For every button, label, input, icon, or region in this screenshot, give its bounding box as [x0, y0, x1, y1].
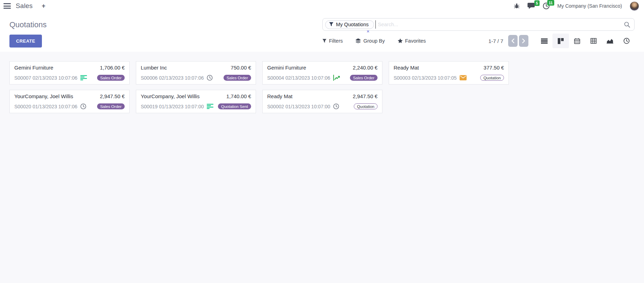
quotation-card[interactable]: YourCompany, Joel Willis 1,740.00 € S000…	[136, 90, 256, 113]
create-button[interactable]: CREATE	[9, 35, 42, 48]
star-icon	[398, 38, 403, 43]
order-ref-datetime: S00019 01/13/2023 10:07:00	[141, 104, 204, 109]
group-by-label: Group By	[363, 38, 385, 44]
facet-label: My Quotations	[336, 22, 369, 27]
order-amount: 1,740.00 €	[226, 93, 251, 99]
pager-previous-button[interactable]	[508, 35, 518, 47]
kanban-view: Gemini Furniture 1,706.00 € S00007 02/13…	[0, 52, 644, 283]
quotation-card[interactable]: YourCompany, Joel Willis 2,947.50 € S000…	[9, 90, 130, 113]
customer-name: YourCompany, Joel Willis	[141, 93, 199, 99]
card-top-row: Lumber Inc 750.00 €	[141, 65, 251, 71]
status-badge: Sales Order	[224, 75, 251, 81]
customer-name: YourCompany, Joel Willis	[14, 93, 73, 99]
order-amount: 2,947.50 €	[353, 93, 378, 99]
pager-next-button[interactable]	[519, 35, 528, 47]
customer-name: Lumber Inc	[141, 65, 167, 71]
card-top-row: YourCompany, Joel Willis 1,740.00 €	[141, 93, 251, 99]
view-activity-icon[interactable]	[618, 34, 635, 48]
quotation-card[interactable]: Ready Mat 377.50 € S00003 02/13/2023 10:…	[389, 61, 509, 85]
card-bottom-row: S00006 02/13/2023 10:07:06 Sales Order	[141, 75, 251, 81]
order-ref-datetime: S00003 02/13/2023 10:07:05	[394, 75, 457, 81]
view-kanban-icon[interactable]	[552, 34, 569, 48]
filter-funnel-icon	[329, 22, 334, 27]
discuss-count-badge: 5	[534, 0, 540, 6]
quotation-card[interactable]: Gemini Furniture 2,240.00 € S00004 02/13…	[262, 61, 382, 85]
customer-name: Ready Mat	[267, 93, 293, 99]
card-bottom-row: S00020 01/13/2023 10:07:06 Sales Order	[14, 103, 125, 109]
card-top-row: YourCompany, Joel Willis 2,947.50 €	[14, 93, 125, 99]
status-badge: Sales Order	[97, 75, 125, 81]
activities-count-badge: 11	[547, 0, 554, 6]
card-bottom-row: S00003 02/13/2023 10:07:05 Quotation	[394, 75, 504, 81]
customer-name: Ready Mat	[394, 65, 419, 71]
customer-name: Gemini Furniture	[14, 65, 53, 71]
facet-remove-icon[interactable]: ×	[367, 29, 369, 34]
clock-icon[interactable]	[80, 103, 86, 109]
status-badge: Sales Order	[350, 75, 378, 81]
search-facet-my-quotations[interactable]: My Quotations ×	[325, 20, 374, 29]
order-amount: 1,706.00 €	[100, 65, 125, 71]
order-ref-datetime: S00007 02/13/2023 10:07:06	[14, 75, 78, 81]
apps-menu-icon[interactable]	[3, 2, 11, 9]
app-name[interactable]: Sales	[16, 2, 33, 10]
card-bottom-row: S00019 01/13/2023 10:07:00 Quotation Sen…	[141, 103, 251, 109]
view-calendar-icon[interactable]	[569, 34, 585, 48]
activities-clock-icon[interactable]: 11	[543, 2, 550, 9]
view-switcher	[536, 34, 635, 48]
debug-bug-icon[interactable]	[514, 3, 520, 9]
card-top-row: Ready Mat 2,947.50 €	[267, 93, 378, 99]
search-options-bar: Filters Group By Favorites 1-7 / 7	[322, 34, 635, 48]
envelope-icon[interactable]	[460, 75, 467, 80]
activity-list-icon[interactable]	[207, 104, 213, 109]
order-amount: 377.50 €	[484, 65, 504, 71]
pager-counter: 1-7 / 7	[488, 38, 503, 44]
order-amount: 750.00 €	[231, 65, 251, 71]
status-badge: Quotation	[354, 103, 378, 109]
filters-label: Filters	[329, 38, 343, 44]
order-ref-datetime: S00002 01/13/2023 10:07:00	[267, 104, 330, 109]
page-title: Quotations	[9, 18, 46, 29]
card-bottom-row: S00004 02/13/2023 10:07:06 Sales Order	[267, 75, 378, 81]
magnifier-icon[interactable]	[624, 22, 630, 28]
status-badge: Sales Order	[97, 103, 125, 109]
trend-up-icon[interactable]	[333, 75, 340, 81]
card-bottom-row: S00007 02/13/2023 10:07:06 Sales Order	[14, 75, 125, 81]
layers-icon	[356, 38, 361, 43]
quotation-card[interactable]: Gemini Furniture 1,706.00 € S00007 02/13…	[9, 61, 130, 85]
quotation-card[interactable]: Lumber Inc 750.00 € S00006 02/13/2023 10…	[136, 61, 256, 85]
clock-icon[interactable]	[333, 103, 339, 109]
order-ref-datetime: S00020 01/13/2023 10:07:06	[14, 104, 78, 109]
filters-menu[interactable]: Filters	[322, 38, 343, 44]
card-top-row: Gemini Furniture 2,240.00 €	[267, 65, 378, 71]
customer-name: Gemini Furniture	[267, 65, 306, 71]
search-input[interactable]: Search...	[378, 22, 624, 27]
activity-list-icon[interactable]	[80, 75, 87, 80]
filter-funnel-icon	[322, 39, 327, 43]
status-badge: Quotation	[480, 75, 504, 81]
navbar-systray: 5 11 My Company (San Francisco)	[514, 1, 639, 11]
view-graph-icon[interactable]	[602, 34, 618, 48]
user-avatar[interactable]	[630, 1, 639, 11]
discuss-chat-icon[interactable]: 5	[527, 3, 535, 9]
status-badge: Quotation Sent	[218, 103, 251, 109]
view-pivot-icon[interactable]	[585, 34, 602, 48]
add-tab-button[interactable]: +	[42, 3, 46, 9]
top-navbar: Sales + 5 11 My Company (San Francisco)	[0, 0, 644, 12]
view-list-icon[interactable]	[536, 34, 552, 48]
group-by-menu[interactable]: Group By	[356, 38, 385, 44]
navbar-left: Sales +	[3, 2, 45, 10]
search-bar[interactable]: My Quotations × Search...	[322, 18, 635, 31]
favorites-menu[interactable]: Favorites	[398, 38, 426, 44]
card-top-row: Ready Mat 377.50 €	[394, 65, 504, 71]
text-caret	[375, 20, 376, 29]
clock-icon[interactable]	[207, 75, 213, 81]
kanban-grid: Gemini Furniture 1,706.00 € S00007 02/13…	[9, 61, 641, 118]
order-amount: 2,947.50 €	[100, 93, 125, 99]
favorites-label: Favorites	[405, 38, 426, 44]
quotation-card[interactable]: Ready Mat 2,947.50 € S00002 01/13/2023 1…	[262, 90, 382, 113]
order-ref-datetime: S00004 02/13/2023 10:07:06	[267, 75, 330, 81]
company-switcher[interactable]: My Company (San Francisco)	[557, 3, 622, 9]
order-amount: 2,240.00 €	[353, 65, 378, 71]
card-top-row: Gemini Furniture 1,706.00 €	[14, 65, 125, 71]
odoo-sales-app: Sales + 5 11 My Company (San Francisco) …	[0, 0, 644, 283]
